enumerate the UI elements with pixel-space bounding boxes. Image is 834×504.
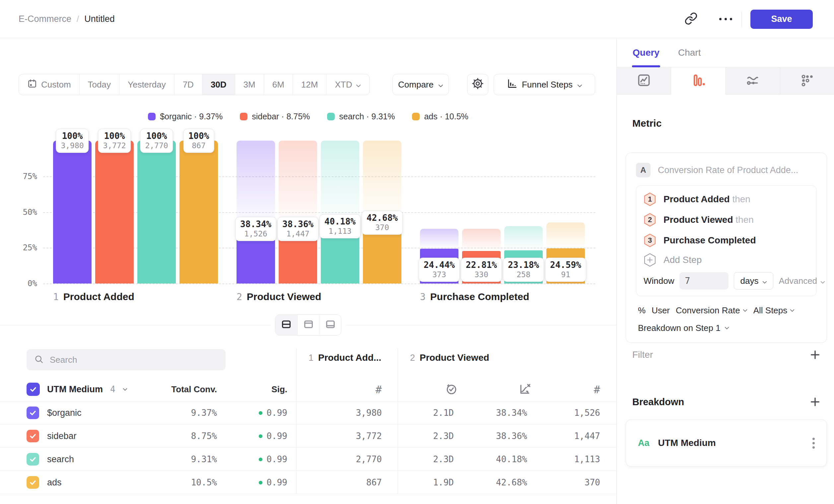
total-conv-value: 10.5% [191, 471, 217, 494]
search-input[interactable] [50, 355, 209, 365]
range-7d[interactable]: 7D [174, 74, 202, 95]
range-yesterday[interactable]: Yesterday [119, 74, 174, 95]
funnel-bar-$organic[interactable] [53, 141, 92, 283]
query-step-3[interactable]: 3Purchase Completed [643, 230, 809, 251]
query-step-1[interactable]: 1Product Added then [643, 189, 809, 210]
advanced-toggle[interactable]: Advanced [778, 276, 825, 286]
funnel-step-labels: 1Product Added2Product Viewed3Purchase C… [0, 291, 616, 306]
bottom-pane-icon [325, 319, 336, 331]
row-checkbox[interactable] [26, 430, 39, 442]
breakdown-property-card[interactable]: Aa UTM Medium [626, 419, 827, 466]
actor-label[interactable]: User [652, 305, 670, 316]
chart-only-view-button[interactable] [297, 315, 319, 335]
sig-value: 0.99 [259, 401, 287, 425]
conversion-window-row: Window days Advanced [643, 271, 809, 291]
table-only-view-button[interactable] [319, 315, 341, 335]
share-link-button[interactable] [680, 8, 702, 30]
legend-swatch [240, 113, 247, 120]
step2-pct: 38.36% [496, 425, 527, 448]
range-today[interactable]: Today [79, 74, 119, 95]
conversion-column-header[interactable] [519, 380, 531, 399]
tab-chart[interactable]: Chart [669, 38, 710, 67]
step-hexagon-icon: 2 [643, 213, 656, 227]
legend-item[interactable]: ads · 10.5% [412, 112, 468, 121]
legend-item[interactable]: search · 9.31% [327, 112, 395, 121]
flow-icon [745, 73, 760, 89]
step-hexagon-icon: 3 [643, 233, 656, 247]
breadcrumb-project[interactable]: E-Commerce [19, 14, 71, 24]
funnel-bar-sidebar[interactable] [95, 141, 134, 283]
kebab-menu-icon[interactable] [812, 438, 815, 449]
search-icon [34, 354, 44, 365]
table-search [26, 349, 225, 370]
bar-value-label: 100%867 [183, 129, 214, 153]
range-xtd[interactable]: XTD [326, 74, 369, 95]
table-step1-header: 1 Product Add... [309, 352, 381, 363]
sig-value: 0.99 [259, 448, 287, 471]
step-label: 3Purchase Completed [420, 291, 529, 302]
range-6m[interactable]: 6M [264, 74, 292, 95]
table-row-search[interactable]: search9.31%0.992,7702.3D40.18%1,113 [0, 448, 616, 471]
line-chart-tab[interactable] [617, 67, 671, 94]
range-custom[interactable]: Custom [19, 74, 79, 95]
measure-row: % User Conversion Rate All Steps [636, 305, 817, 316]
tab-query[interactable]: Query [623, 38, 669, 67]
view-toggle-wrap [270, 314, 346, 336]
chart-type-dropdown[interactable]: Funnel Steps [493, 74, 595, 95]
table-row-sidebar[interactable]: sidebar8.75%0.993,7722.3D38.36%1,447 [0, 425, 616, 448]
metric-type-dropdown[interactable]: Conversion Rate [676, 305, 747, 316]
bar-value-label: 38.34%1,526 [235, 217, 276, 241]
funnel-bar-remainder [237, 141, 275, 229]
total-conv-value: 9.31% [191, 448, 217, 471]
breadcrumb-page[interactable]: Untitled [84, 14, 115, 24]
chevron-down-icon [577, 79, 582, 90]
range-30d[interactable]: 30D [202, 74, 235, 95]
steps-scope-dropdown[interactable]: All Steps [753, 305, 795, 316]
step2-pct: 42.68% [496, 471, 527, 494]
more-menu-button[interactable] [715, 8, 736, 30]
range-3m[interactable]: 3M [235, 74, 264, 95]
table-row-ads[interactable]: ads10.5%0.998671.9D42.68%370 [0, 471, 616, 494]
legend-item[interactable]: $organic · 9.37% [148, 112, 223, 121]
query-step-2[interactable]: 2Product Viewed then [643, 210, 809, 230]
compare-button[interactable]: Compare [392, 74, 449, 95]
breakdown-on-dropdown[interactable]: Breakdown on Step 1 [636, 323, 817, 333]
window-unit-dropdown[interactable]: days [734, 272, 773, 290]
funnel-chart-tab[interactable] [671, 67, 726, 94]
add-breakdown-button[interactable] [809, 396, 821, 408]
total-conv-column-header[interactable]: Total Conv. [171, 378, 217, 400]
range-12m[interactable]: 12M [292, 74, 326, 95]
funnel-bar-remainder [504, 226, 543, 250]
select-all-checkbox[interactable] [26, 383, 40, 396]
chart-settings-button[interactable] [467, 74, 488, 95]
time-to-convert-column-header[interactable] [445, 380, 458, 399]
metric-name-row[interactable]: A Conversion Rate of Product Adde... [636, 161, 817, 179]
legend-item[interactable]: sidebar · 8.75% [240, 112, 310, 121]
funnel-bar-search[interactable] [137, 141, 176, 283]
save-button[interactable]: Save [750, 9, 813, 29]
add-filter-button[interactable] [809, 349, 821, 361]
bar-value-label: 100%3,772 [98, 129, 131, 153]
row-checkbox[interactable] [26, 476, 39, 489]
breakdown-group-header[interactable]: UTM Medium 4 [26, 378, 127, 400]
row-checkbox[interactable] [26, 453, 39, 465]
table-row-organic[interactable]: $organic9.37%0.993,9802.1D38.34%1,526 [0, 401, 616, 425]
split-view-button[interactable] [275, 315, 297, 335]
scatter-chart-tab[interactable] [780, 67, 834, 94]
count-column-header[interactable]: # [375, 380, 382, 399]
bar-value-label: 100%2,770 [140, 129, 173, 153]
step-label: 2Product Viewed [237, 291, 321, 302]
legend-swatch [148, 113, 156, 120]
sig-column-header[interactable]: Sig. [271, 378, 287, 400]
window-value-input[interactable] [679, 272, 728, 290]
filter-section: Filter [632, 349, 821, 361]
row-checkbox[interactable] [26, 407, 39, 419]
dots-grid-icon [800, 73, 814, 89]
flow-chart-tab[interactable] [726, 67, 780, 94]
sig-dot [259, 411, 262, 415]
chevron-down-icon [820, 276, 825, 286]
add-step-button[interactable]: Add Step [643, 251, 809, 269]
count-column-header[interactable]: # [594, 380, 600, 399]
conversion-chart-icon [519, 383, 531, 396]
funnel-bar-ads[interactable] [179, 141, 218, 283]
